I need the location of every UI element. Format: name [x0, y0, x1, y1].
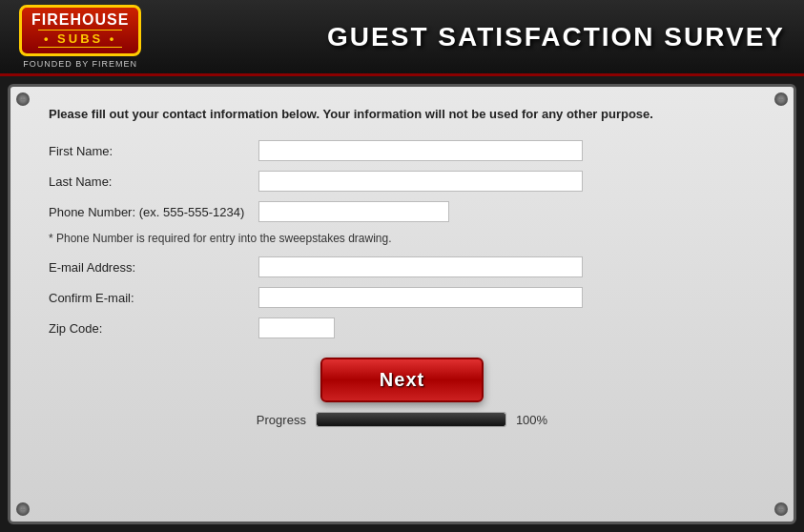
confirm-email-label: Confirm E-mail:	[49, 291, 258, 305]
email-row: E-mail Address:	[49, 256, 755, 277]
screw-top-right	[774, 92, 788, 106]
logo-subs: • SUBS •	[38, 30, 122, 48]
logo-founded: Founded by Firemen	[23, 59, 137, 69]
form-intro: Please fill out your contact information…	[49, 106, 755, 123]
form-container: Please fill out your contact information…	[10, 87, 794, 441]
zip-input[interactable]	[258, 317, 335, 338]
confirm-email-input[interactable]	[258, 287, 583, 308]
last-name-input[interactable]	[258, 171, 583, 192]
phone-input[interactable]	[258, 201, 449, 222]
progress-label: Progress	[257, 413, 306, 427]
confirm-email-row: Confirm E-mail:	[49, 287, 755, 308]
screw-bottom-right	[774, 502, 788, 516]
logo-firehouse: FIREHOUSE	[31, 11, 129, 29]
screw-top-left	[16, 92, 30, 106]
screw-bottom-left	[16, 502, 30, 516]
last-name-row: Last Name:	[49, 171, 755, 192]
last-name-label: Last Name:	[49, 174, 258, 189]
content-wrapper: Please fill out your contact information…	[8, 84, 796, 524]
zip-label: Zip Code:	[49, 321, 258, 336]
logo-area: FIREHOUSE • SUBS • Founded by Firemen	[19, 5, 141, 70]
email-label: E-mail Address:	[49, 260, 258, 275]
progress-percent: 100%	[516, 413, 547, 427]
first-name-label: First Name:	[49, 144, 258, 158]
zip-row: Zip Code:	[49, 317, 755, 338]
email-input[interactable]	[258, 256, 583, 277]
logo-badge: FIREHOUSE • SUBS •	[19, 5, 141, 57]
survey-title: GUEST SATISFACTION SURVEY	[170, 22, 785, 52]
first-name-input[interactable]	[258, 140, 583, 161]
progress-row: Progress 100%	[49, 412, 755, 427]
next-button[interactable]: Next	[320, 358, 484, 402]
first-name-row: First Name:	[49, 140, 755, 161]
button-row: Next	[49, 358, 755, 402]
progress-bar-fill	[317, 413, 505, 426]
progress-bar-container	[316, 412, 506, 427]
header: FIREHOUSE • SUBS • Founded by Firemen GU…	[0, 0, 804, 76]
phone-label: Phone Number: (ex. 555-555-1234)	[49, 205, 258, 219]
phone-note: * Phone Number is required for entry int…	[49, 232, 755, 245]
phone-row: Phone Number: (ex. 555-555-1234)	[49, 201, 755, 222]
